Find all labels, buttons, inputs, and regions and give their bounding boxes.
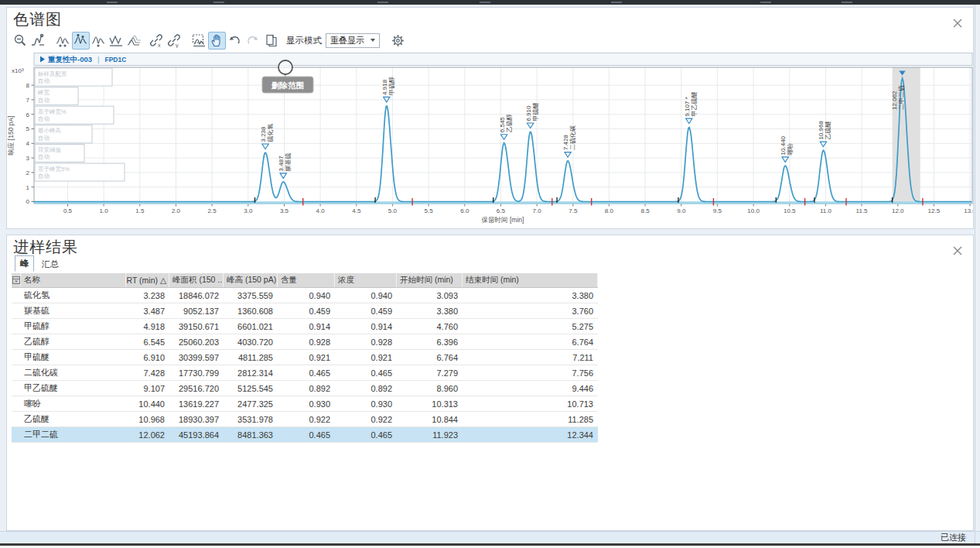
display-mode-dropdown[interactable]: 重叠显示 xyxy=(326,33,380,48)
peaks-overlay-button[interactable] xyxy=(72,32,90,50)
zoom-out-button[interactable] xyxy=(12,32,29,50)
column-header-7[interactable]: 结束时间 (min) xyxy=(463,273,598,287)
chromatogram-close-button[interactable] xyxy=(951,17,964,29)
chromatogram-chart[interactable]: 重复性中-003|FPD1C标样及配置自动峰宽自动基于峰宽%自动最小峰高自动背景… xyxy=(7,53,973,228)
integration-annotation: 背景阈值自动 xyxy=(35,144,84,162)
column-header-5[interactable]: 浓度 xyxy=(335,273,397,287)
svg-text:自动: 自动 xyxy=(38,135,50,142)
window-right-edge xyxy=(975,5,975,543)
table-cell: 12.062 xyxy=(126,427,169,442)
stacked-view-button[interactable] xyxy=(125,32,143,50)
svg-text:峰宽: 峰宽 xyxy=(38,89,50,96)
table-cell: 10.713 xyxy=(463,396,598,411)
x-axis-title: 保留时间 [min] xyxy=(482,216,524,224)
tab-peaks[interactable]: 峰 xyxy=(15,255,34,272)
row-selector-header[interactable] xyxy=(12,273,21,287)
integration-annotation: 基于峰宽%自动 xyxy=(35,106,114,124)
tab-summary[interactable]: 汇总 xyxy=(37,257,63,272)
table-row[interactable]: 二硫化碳7.42817730.7992812.3140.4650.4657.27… xyxy=(12,365,598,381)
peak-name-label: 二硫化碳 xyxy=(569,125,576,150)
svg-text:12.0: 12.0 xyxy=(892,207,904,214)
svg-text:4: 4 xyxy=(26,140,30,147)
svg-text:2.5: 2.5 xyxy=(208,207,217,214)
table-row[interactable]: 甲乙硫醚9.10729516.7205125.5450.8920.8928.96… xyxy=(12,381,598,396)
table-row[interactable]: 甲硫醇4.91839150.6716601.0210.9140.9144.760… xyxy=(12,319,598,334)
signal-zigzag-button[interactable] xyxy=(108,32,125,50)
table-cell: 0.928 xyxy=(278,334,335,349)
peak-name-label: 甲乙硫醚 xyxy=(691,92,698,117)
table-row[interactable]: 噻吩10.44013619.2272477.3250.9300.93010.31… xyxy=(12,396,598,412)
connection-status: 已连接 xyxy=(941,532,966,543)
results-panel-title: 进样结果 xyxy=(13,237,78,258)
svg-text:10.5: 10.5 xyxy=(784,207,796,214)
table-row[interactable]: 甲硫醚6.91030399.5974811.2850.9210.9216.764… xyxy=(12,350,598,365)
table-cell: 7.211 xyxy=(463,350,598,365)
svg-text:10.0: 10.0 xyxy=(747,207,760,214)
table-cell: 12.344 xyxy=(463,427,598,442)
svg-text:自动: 自动 xyxy=(38,173,50,180)
table-cell: 硫化氢 xyxy=(21,288,126,303)
table-row[interactable]: 硫化氢3.23818846.0723375.5590.9400.9403.093… xyxy=(12,288,598,303)
table-cell: 3.380 xyxy=(463,288,598,303)
table-cell: 3.093 xyxy=(397,288,463,303)
table-cell: 1360.608 xyxy=(224,303,278,318)
results-panel: 进样结果 峰 汇总 名称RT (min) △峰面积 (150 ...峰高 (15… xyxy=(6,235,974,531)
svg-text:自动: 自动 xyxy=(38,153,50,160)
settings-gear-button[interactable] xyxy=(389,32,407,50)
peaks-align-button[interactable] xyxy=(54,32,72,50)
svg-text:8.5: 8.5 xyxy=(641,207,650,214)
peak-name-label: 硫化氢 xyxy=(267,124,274,142)
table-cell: 0.930 xyxy=(278,396,335,411)
link-x-axis-button[interactable]: x xyxy=(147,32,165,50)
table-cell: 0.922 xyxy=(278,412,335,426)
peak-name-label: 乙硫醇 xyxy=(506,114,513,132)
table-cell: 4811.285 xyxy=(224,350,278,365)
table-cell: 10.440 xyxy=(126,396,169,411)
column-header-4[interactable]: 含量 xyxy=(278,273,335,287)
svg-text:自动: 自动 xyxy=(38,115,50,122)
svg-text:2.0: 2.0 xyxy=(172,207,181,214)
table-cell: 0.892 xyxy=(335,381,397,396)
svg-text:11.5: 11.5 xyxy=(856,207,869,214)
table-row[interactable]: 羰基硫3.4879052.1371360.6080.4590.4593.3803… xyxy=(12,303,598,319)
peak-name-label: 甲硫醇 xyxy=(388,77,395,95)
table-cell: 6.764 xyxy=(463,334,598,349)
svg-text:4.0: 4.0 xyxy=(316,207,326,214)
table-cell: 0.465 xyxy=(278,427,335,442)
column-header-6[interactable]: 开始时间 (min) xyxy=(397,273,463,287)
table-cell: 9.446 xyxy=(463,381,598,396)
results-close-button[interactable] xyxy=(951,245,964,257)
svg-text:基于峰宽%: 基于峰宽% xyxy=(38,108,67,115)
svg-text:基于峰宽5%: 基于峰宽5% xyxy=(38,166,70,173)
trace-cursor-button[interactable] xyxy=(29,32,47,50)
results-tabs: 峰 汇总 xyxy=(15,258,63,272)
chevron-down-icon xyxy=(370,39,375,42)
zoom-region-button[interactable] xyxy=(190,32,208,50)
column-header-1[interactable]: RT (min) △ xyxy=(126,273,169,287)
table-cell: 18930.397 xyxy=(169,412,224,426)
svg-text:5.5: 5.5 xyxy=(425,207,434,214)
table-row[interactable]: 乙硫醇6.54525060.2034030.7200.9280.9286.396… xyxy=(12,334,598,350)
table-cell: 甲硫醇 xyxy=(21,319,126,334)
svg-text:3: 3 xyxy=(26,155,30,162)
table-cell: 7.756 xyxy=(463,365,598,380)
table-cell: 25060.203 xyxy=(169,334,224,349)
table-row[interactable]: 乙硫醚10.96818930.3973531.9780.9220.92210.8… xyxy=(12,412,598,427)
peak-rt-label: 3.238 xyxy=(260,126,267,142)
link-y-axis-button[interactable]: y xyxy=(165,32,183,50)
redo-button[interactable] xyxy=(244,32,261,50)
column-header-2[interactable]: 峰面积 (150 ... xyxy=(169,273,224,287)
column-header-0[interactable]: 名称 xyxy=(21,273,126,287)
svg-text:6: 6 xyxy=(26,111,30,118)
table-cell: 5.275 xyxy=(463,319,598,334)
table-cell: 0.922 xyxy=(335,412,397,426)
table-cell: 4030.720 xyxy=(224,334,278,349)
column-header-3[interactable]: 峰高 (150 pA) xyxy=(224,273,278,287)
peaks-stack-button[interactable] xyxy=(90,32,108,50)
undo-button[interactable] xyxy=(226,32,244,50)
table-cell: 0.928 xyxy=(335,334,397,349)
table-row[interactable]: 二甲二硫12.06245193.8648481.3630.4650.46511.… xyxy=(12,427,598,443)
table-cell: 2812.314 xyxy=(224,365,278,380)
pan-hand-button[interactable] xyxy=(208,32,226,50)
copy-page-button[interactable] xyxy=(263,32,281,50)
